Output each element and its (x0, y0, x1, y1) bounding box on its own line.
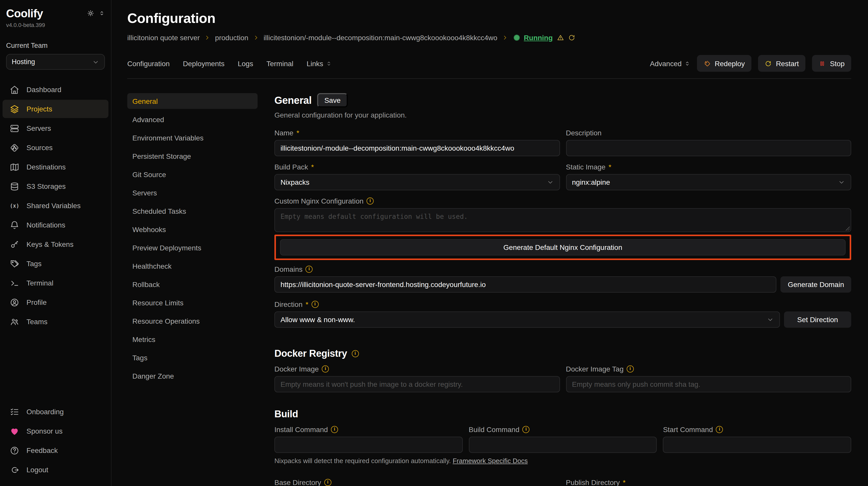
general-form: General Save General configuration for y… (274, 93, 851, 486)
tab-configuration[interactable]: Configuration (127, 59, 170, 67)
save-button[interactable]: Save (317, 93, 348, 107)
resize-handle[interactable] (845, 226, 850, 230)
chevrons-up-down-icon (326, 60, 332, 66)
subnav-item-scheduled-tasks[interactable]: Scheduled Tasks (127, 203, 257, 219)
subnav-item-preview-deployments[interactable]: Preview Deployments (127, 240, 257, 256)
info-icon[interactable]: i (523, 426, 530, 433)
generate-domain-button[interactable]: Generate Domain (781, 276, 851, 293)
sidebar-item-label: Notifications (27, 221, 65, 229)
custom-nginx-textarea[interactable] (274, 208, 851, 232)
generate-default-nginx-configuration-button[interactable]: Generate Default Nginx Configuration (280, 239, 846, 256)
restart-button[interactable]: Restart (758, 55, 805, 72)
static-image-label: Static Image* (566, 162, 851, 171)
breadcrumb-project[interactable]: illicitonion quote server (127, 34, 200, 42)
subnav-item-resource-operations[interactable]: Resource Operations (127, 313, 257, 329)
docker-image-tag-input[interactable] (566, 376, 851, 392)
direction-select[interactable]: Allow www & non-www. (274, 312, 780, 328)
install-command-label: Install Command i (274, 425, 463, 433)
redeploy-button[interactable]: Redeploy (697, 55, 751, 72)
subnav-item-general[interactable]: General (127, 93, 257, 109)
sidebar-item-notifications[interactable]: Notifications (3, 216, 108, 234)
sidebar-item-projects[interactable]: Projects (3, 100, 108, 118)
refresh-icon[interactable] (568, 34, 575, 41)
stop-button[interactable]: Stop (812, 55, 851, 72)
status-badge[interactable]: Running (524, 34, 553, 42)
advanced-select[interactable]: Advanced (650, 59, 690, 67)
sidebar-item-feedback[interactable]: Feedback (3, 441, 108, 459)
static-image-select[interactable]: nginx:alpine (566, 174, 851, 190)
server-icon (10, 123, 19, 133)
subnav-item-metrics[interactable]: Metrics (127, 331, 257, 347)
docker-image-input[interactable] (274, 376, 560, 392)
sidebar: Coolify v4.0.0-beta.399 Current Team Hos… (0, 0, 112, 486)
build-pack-select[interactable]: Nixpacks (274, 174, 560, 190)
section-heading-general: General (274, 94, 312, 106)
subnav-item-persistent-storage[interactable]: Persistent Storage (127, 148, 257, 164)
sidebar-item-keys-tokens[interactable]: Keys & Tokens (3, 235, 108, 253)
info-icon[interactable]: i (331, 426, 338, 433)
start-command-input[interactable] (663, 436, 851, 453)
subnav-item-tags[interactable]: Tags (127, 350, 257, 365)
subnav-item-rollback[interactable]: Rollback (127, 276, 257, 292)
sidebar-item-teams[interactable]: Teams (3, 313, 108, 331)
tab-logs[interactable]: Logs (238, 59, 253, 67)
tab-deployments[interactable]: Deployments (183, 59, 224, 67)
team-select[interactable]: Hosting (6, 54, 105, 70)
info-icon[interactable]: i (627, 365, 634, 372)
tab-links[interactable]: Links (307, 59, 332, 67)
theme-chevrons-up-down-icon[interactable] (99, 10, 105, 16)
info-icon[interactable]: i (311, 300, 318, 307)
sidebar-item-profile[interactable]: Profile (3, 293, 108, 312)
chevron-right-icon (253, 35, 259, 41)
subnav-item-webhooks[interactable]: Webhooks (127, 221, 257, 237)
domains-input[interactable] (274, 276, 777, 293)
sidebar-spacer (0, 331, 111, 392)
set-direction-button[interactable]: Set Direction (784, 312, 851, 328)
subnav-item-danger-zone[interactable]: Danger Zone (127, 368, 257, 384)
info-icon[interactable]: i (367, 197, 374, 204)
page-header: Configuration illicitonion quote server … (127, 0, 851, 42)
info-icon[interactable]: i (306, 265, 313, 272)
sidebar-item-onboarding[interactable]: Onboarding (3, 402, 108, 421)
sidebar-item-tags[interactable]: Tags (3, 254, 108, 273)
info-icon[interactable]: i (322, 365, 329, 372)
framework-docs-link[interactable]: Framework Specific Docs (453, 457, 528, 465)
direction-label: Direction* i (274, 300, 851, 309)
git-source-icon (10, 143, 19, 153)
subnav-item-healthcheck[interactable]: Healthcheck (127, 258, 257, 274)
install-command-input[interactable] (274, 436, 463, 453)
subnav-item-servers[interactable]: Servers (127, 185, 257, 200)
sidebar-item-sources[interactable]: Sources (3, 138, 108, 157)
name-input[interactable] (274, 140, 560, 156)
info-icon[interactable]: i (324, 479, 332, 486)
sidebar-item-servers[interactable]: Servers (3, 119, 108, 137)
highlight-box: Generate Default Nginx Configuration (274, 235, 851, 260)
sidebar-item-destinations[interactable]: Destinations (3, 158, 108, 176)
sidebar-item-dashboard[interactable]: Dashboard (3, 80, 108, 99)
subnav-item-resource-limits[interactable]: Resource Limits (127, 295, 257, 311)
subnav-item-git-source[interactable]: Git Source (127, 166, 257, 182)
theme-sun-icon[interactable] (87, 10, 94, 17)
info-icon[interactable]: i (716, 426, 723, 433)
sidebar-item-terminal[interactable]: Terminal (3, 274, 108, 292)
sidebar-item-logout[interactable]: Logout (3, 460, 108, 479)
tab-bar: Configuration Deployments Logs Terminal … (127, 55, 851, 79)
sidebar-item-sponsor-us[interactable]: Sponsor us (3, 422, 108, 440)
warning-icon[interactable] (557, 34, 564, 41)
tag-icon (10, 259, 19, 268)
description-input[interactable] (566, 140, 851, 156)
redeploy-icon (704, 60, 711, 67)
start-command-label: Start Command i (663, 425, 851, 433)
build-command-input[interactable] (469, 436, 657, 453)
sidebar-item-s3-storages[interactable]: S3 Storages (3, 177, 108, 195)
breadcrumb-application[interactable]: illicitestonion/-module--decomposition:m… (264, 34, 497, 42)
info-icon[interactable]: i (351, 350, 359, 357)
chevron-down-icon (767, 316, 774, 323)
breadcrumb-environment[interactable]: production (215, 34, 248, 42)
subnav-item-advanced[interactable]: Advanced (127, 111, 257, 127)
tab-terminal[interactable]: Terminal (267, 59, 293, 67)
sidebar-item-label: Keys & Tokens (27, 240, 73, 248)
sidebar-item-shared-variables[interactable]: Shared Variables (3, 196, 108, 215)
subnav-item-environment-variables[interactable]: Environment Variables (127, 130, 257, 145)
sidebar-item-label: Feedback (27, 446, 58, 454)
